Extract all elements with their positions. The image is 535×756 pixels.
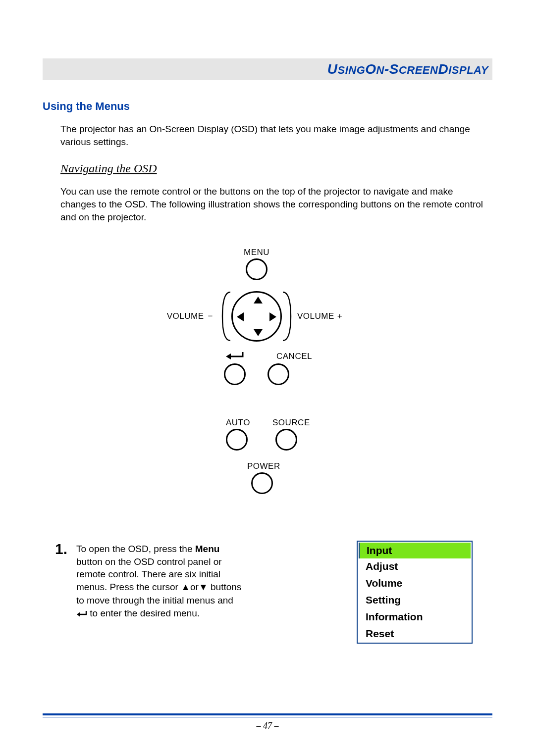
bracket-left-icon xyxy=(221,291,231,342)
arrow-right-icon xyxy=(269,312,276,321)
osd-item-adjust: Adjust xyxy=(359,558,471,574)
label-menu: MENU xyxy=(244,248,269,257)
step-1-row: 1. To open the OSD, press the Menu butto… xyxy=(49,543,473,644)
label-volume-plus: VOLUME+ xyxy=(297,311,342,321)
chapter-header-bar: USING ON-SCREEN DISPLAY xyxy=(43,58,492,80)
label-cancel: CANCEL xyxy=(276,352,312,361)
footer-rule xyxy=(43,713,492,717)
button-menu xyxy=(246,258,268,280)
step-text: To open the OSD, press the Menu button o… xyxy=(76,543,245,620)
osd-item-information: Information xyxy=(359,609,471,625)
osd-item-reset: Reset xyxy=(359,626,471,642)
nav-paragraph: You can use the remote control or the bu… xyxy=(60,185,487,223)
enter-icon xyxy=(225,351,245,361)
page-number: – 47 – xyxy=(0,721,535,731)
button-source xyxy=(275,429,297,451)
button-enter xyxy=(224,363,246,385)
enter-inline-icon xyxy=(76,607,87,620)
osd-item-input: Input xyxy=(359,543,471,558)
section-title: Using the Menus xyxy=(43,100,492,113)
control-panel-diagram: MENU VOLUME− VOLUME+ CANCEL xyxy=(178,251,357,518)
bracket-right-icon xyxy=(282,291,292,342)
triangle-up-icon: ▲ xyxy=(181,581,190,594)
sub-heading: Navigating the OSD xyxy=(60,162,492,175)
label-volume-minus: VOLUME− xyxy=(167,311,213,321)
arrow-up-icon xyxy=(254,297,263,303)
osd-item-volume: Volume xyxy=(359,575,471,591)
arrow-down-icon xyxy=(254,329,263,336)
page: USING ON-SCREEN DISPLAY Using the Menus … xyxy=(0,0,535,756)
step-number: 1. xyxy=(49,542,67,556)
label-source: SOURCE xyxy=(272,418,310,428)
arrow-left-icon xyxy=(237,312,244,321)
button-power xyxy=(251,472,273,494)
label-auto: AUTO xyxy=(226,418,250,428)
chapter-title: USING ON-SCREEN DISPLAY xyxy=(327,61,488,77)
button-cancel xyxy=(268,363,289,385)
osd-item-setting: Setting xyxy=(359,592,471,608)
osd-menu-box: InputAdjustVolumeSettingInformationReset xyxy=(357,541,473,644)
button-auto xyxy=(226,429,248,451)
triangle-down-icon: ▼ xyxy=(199,581,208,594)
label-power: POWER xyxy=(247,461,280,471)
intro-paragraph: The projector has an On-Screen Display (… xyxy=(60,123,487,148)
dpad-circle xyxy=(231,291,282,342)
